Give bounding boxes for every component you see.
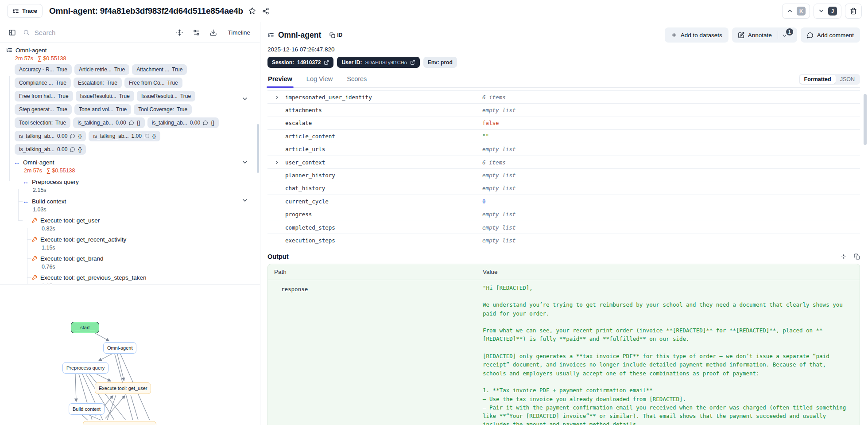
graph-node-partial[interactable]: [83, 421, 156, 425]
share-icon[interactable]: [259, 4, 272, 18]
chevron-right-icon[interactable]: [275, 160, 279, 165]
tree-agent-metrics: 2m 57s ∑ $0.55138: [0, 167, 260, 175]
tree-item-tool-get-previous-steps-taken[interactable]: Execute tool: get_previous_steps_taken: [0, 273, 260, 282]
score-badge[interactable]: Attachment ...True: [132, 64, 187, 75]
output-path-cell: response: [268, 280, 483, 292]
duration-value: 1.15s: [0, 244, 260, 252]
table-row[interactable]: planner_historyempty list: [267, 169, 860, 182]
prev-trace-button[interactable]: K: [782, 4, 810, 19]
chevron-right-icon[interactable]: [275, 95, 279, 100]
score-badge[interactable]: Free from Co...True: [124, 78, 182, 88]
duration-value: 1.03s: [0, 206, 260, 214]
table-row[interactable]: attachmentsempty list: [267, 104, 860, 117]
table-row[interactable]: current_cycle0: [267, 195, 860, 208]
wrench-icon: [31, 237, 37, 242]
comment-icon: [203, 120, 208, 125]
table-row[interactable]: escalatefalse: [267, 117, 860, 130]
tab-scores[interactable]: Scores: [346, 75, 367, 87]
score-badge[interactable]: Free from hal...True: [15, 91, 73, 101]
tree-item-tool-get-user[interactable]: Execute tool: get_user: [0, 216, 260, 225]
wrench-icon: [31, 256, 37, 261]
table-row[interactable]: chat_historyempty list: [267, 182, 860, 195]
score-badge[interactable]: is_talking_ab...0.00{}: [15, 144, 86, 155]
add-to-datasets-button[interactable]: Add to datasets: [665, 27, 728, 43]
collapse-chevron-icon[interactable]: [241, 197, 248, 204]
comment-bubble-icon: [807, 32, 814, 39]
table-row[interactable]: completed_stepsempty list: [267, 221, 860, 234]
copy-id-button[interactable]: ID: [327, 31, 345, 39]
tree-item-tool-get-recent-activity[interactable]: Execute tool: get_recent_activity: [0, 235, 260, 244]
score-badge[interactable]: Compliance ...True: [15, 78, 71, 88]
tree-guide-line: [27, 228, 27, 285]
score-badge[interactable]: is_talking_ab...0.00{}: [15, 131, 86, 141]
table-row[interactable]: execution_stepsempty list: [267, 234, 860, 247]
chevron-up-icon: [787, 8, 793, 14]
format-toggle: Formatted JSON: [799, 74, 860, 85]
score-badge[interactable]: IssueResoluti...True: [76, 91, 134, 101]
score-badge[interactable]: Tone and voi...True: [74, 104, 131, 115]
table-row[interactable]: article_content"": [267, 130, 860, 143]
score-badge[interactable]: Escalation:True: [74, 78, 122, 88]
table-row[interactable]: progressempty list: [267, 208, 860, 221]
search-input[interactable]: [34, 28, 169, 37]
next-trace-button[interactable]: J: [814, 4, 841, 19]
table-row[interactable]: article_urlsempty list: [267, 143, 860, 156]
tree-guide-line: [18, 189, 19, 221]
score-badge[interactable]: is_talking_ab...1.00{}: [89, 131, 160, 141]
score-badge[interactable]: Accuracy - R...True: [15, 64, 72, 75]
tab-preview[interactable]: Preview: [267, 75, 293, 87]
download-icon[interactable]: [207, 27, 219, 38]
score-badge[interactable]: Article retrie...True: [74, 64, 129, 75]
timeline-toggle-button[interactable]: Timeline: [224, 27, 254, 38]
format-toggle-json[interactable]: JSON: [836, 75, 859, 84]
graph-node-preprocess-query[interactable]: Preprocess query: [62, 362, 108, 374]
tree-item-omni-agent[interactable]: ↔ Omni-agent: [0, 158, 260, 167]
tree-item-build-context[interactable]: ↔ Build context: [0, 197, 260, 206]
tree-item-tool-get-brand[interactable]: Execute tool: get_brand: [0, 254, 260, 263]
graph-node-build-context[interactable]: Build context: [69, 403, 105, 415]
annotate-dropdown-button[interactable]: 1: [778, 27, 797, 43]
tree-item-root-trace[interactable]: Omni-agent: [0, 46, 260, 55]
tree-guide-line: [9, 181, 14, 181]
score-badge[interactable]: IssueResoluti...True: [137, 91, 195, 101]
external-link-icon: [324, 60, 329, 65]
tree-item-label: Preprocess query: [32, 179, 79, 185]
table-row[interactable]: impersonated_user_identity6 items: [267, 91, 860, 104]
search-box[interactable]: [23, 28, 168, 37]
trace-chip-label: Trace: [22, 8, 37, 14]
graph-node-omni-agent[interactable]: Omni-agent: [103, 342, 136, 354]
score-badge[interactable]: Tool selection:True: [15, 117, 70, 128]
bookmark-star-icon[interactable]: [246, 4, 259, 18]
table-row[interactable]: user_context6 items: [267, 156, 860, 169]
collapse-chevron-icon[interactable]: [241, 159, 248, 166]
user-id-badge[interactable]: User ID:SDAHUSLy9f1CHo: [337, 57, 419, 68]
format-toggle-formatted[interactable]: Formatted: [800, 75, 836, 84]
add-comment-button[interactable]: Add comment: [801, 27, 860, 43]
graph-node-execute-tool-get-user[interactable]: Execute tool: get_user: [95, 382, 151, 394]
score-badge[interactable]: Step generat...True: [15, 104, 72, 115]
session-badge[interactable]: Session:14910372: [267, 57, 333, 68]
collapse-chevron-icon[interactable]: [241, 95, 248, 102]
trace-type-chip[interactable]: Trace: [7, 4, 43, 18]
tree-item-preprocess-query[interactable]: ↔ Preprocess query: [0, 177, 260, 186]
collapse-panel-icon[interactable]: [6, 27, 18, 38]
view-settings-icon[interactable]: [190, 27, 202, 38]
trace-tree-sidebar: Timeline Omni-agent: [0, 22, 260, 425]
table-row[interactable]: response "Hi [REDACTED], We understand y…: [268, 280, 860, 425]
graph-node-start[interactable]: __start__: [71, 322, 99, 333]
main-scrollbar[interactable]: [864, 94, 867, 145]
trace-detail-panel: Omni-agent ID Add to datasets: [260, 22, 868, 425]
annotate-button[interactable]: Annotate: [732, 27, 778, 43]
tab-log-view[interactable]: Log View: [306, 75, 333, 87]
trash-icon: [850, 8, 857, 15]
score-badge[interactable]: is_talking_ab...0.00{}: [147, 117, 219, 128]
trace-viewer-app: Trace Omni-agent: 9f4a81eb3df983f24d64d5…: [0, 0, 868, 425]
delete-trace-button[interactable]: [845, 4, 862, 19]
expand-icon[interactable]: [841, 253, 847, 260]
score-badge[interactable]: Tool Coverage:True: [134, 104, 192, 115]
collapse-all-icon[interactable]: [174, 27, 185, 38]
tree-item-label: Execute tool: get_recent_activity: [40, 236, 126, 243]
sidebar-scrollbar[interactable]: [257, 124, 259, 173]
score-badge[interactable]: is_talking_ab...0.00{}: [73, 117, 144, 128]
copy-icon[interactable]: [854, 253, 860, 260]
